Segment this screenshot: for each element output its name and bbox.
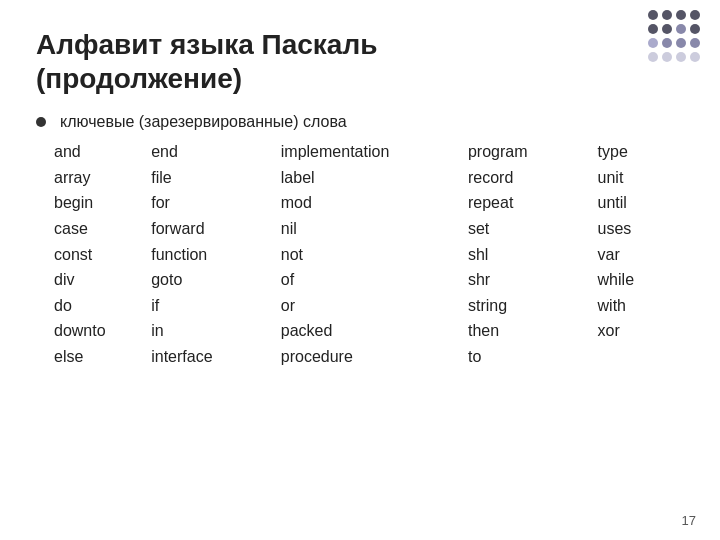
- table-row: constfunctionnotshlvar: [36, 242, 684, 268]
- keyword-cell: or: [281, 293, 468, 319]
- keyword-cell: record: [468, 165, 598, 191]
- keyword-cell: of: [281, 267, 468, 293]
- table-row: divgotoofshrwhile: [36, 267, 684, 293]
- dot: [676, 52, 686, 62]
- keyword-cell: [598, 344, 684, 370]
- table-row: elseinterfaceprocedureto: [36, 344, 684, 370]
- keyword-cell: to: [468, 344, 598, 370]
- keyword-cell: shr: [468, 267, 598, 293]
- keyword-cell: forward: [151, 216, 281, 242]
- slide-subtitle: ключевые (зарезервированные) слова: [36, 113, 684, 131]
- table-row: andendimplementationprogramtype: [36, 139, 684, 165]
- keyword-cell: file: [151, 165, 281, 191]
- keyword-cell: type: [598, 139, 684, 165]
- keyword-cell: begin: [36, 190, 151, 216]
- keyword-cell: repeat: [468, 190, 598, 216]
- keyword-cell: case: [36, 216, 151, 242]
- keyword-cell: set: [468, 216, 598, 242]
- dot: [690, 38, 700, 48]
- decorative-dots: [648, 10, 700, 62]
- keyword-cell: shl: [468, 242, 598, 268]
- keyword-cell: mod: [281, 190, 468, 216]
- keyword-cell: while: [598, 267, 684, 293]
- dot: [676, 38, 686, 48]
- keyword-cell: implementation: [281, 139, 468, 165]
- dot: [648, 10, 658, 20]
- keyword-cell: with: [598, 293, 684, 319]
- keyword-cell: do: [36, 293, 151, 319]
- keyword-cell: program: [468, 139, 598, 165]
- keyword-cell: then: [468, 318, 598, 344]
- keyword-cell: until: [598, 190, 684, 216]
- dot: [676, 10, 686, 20]
- keyword-cell: end: [151, 139, 281, 165]
- keyword-cell: interface: [151, 344, 281, 370]
- dot: [690, 10, 700, 20]
- keyword-cell: else: [36, 344, 151, 370]
- dot: [676, 24, 686, 34]
- keyword-cell: packed: [281, 318, 468, 344]
- keywords-table: andendimplementationprogramtypearrayfile…: [36, 139, 684, 369]
- keyword-cell: and: [36, 139, 151, 165]
- keyword-cell: in: [151, 318, 281, 344]
- table-row: arrayfilelabelrecordunit: [36, 165, 684, 191]
- keyword-cell: procedure: [281, 344, 468, 370]
- table-row: doiforstringwith: [36, 293, 684, 319]
- bullet-icon: [36, 117, 46, 127]
- keyword-cell: const: [36, 242, 151, 268]
- keyword-cell: label: [281, 165, 468, 191]
- keyword-cell: xor: [598, 318, 684, 344]
- keyword-cell: var: [598, 242, 684, 268]
- dot: [662, 52, 672, 62]
- keyword-cell: not: [281, 242, 468, 268]
- dot: [662, 38, 672, 48]
- keyword-cell: div: [36, 267, 151, 293]
- dot: [648, 38, 658, 48]
- table-row: beginformodrepeatuntil: [36, 190, 684, 216]
- keyword-cell: for: [151, 190, 281, 216]
- keyword-cell: string: [468, 293, 598, 319]
- table-row: caseforwardnilsetuses: [36, 216, 684, 242]
- keyword-cell: downto: [36, 318, 151, 344]
- dot: [690, 52, 700, 62]
- keyword-cell: goto: [151, 267, 281, 293]
- dot: [662, 24, 672, 34]
- slide: Алфавит языка Паскаль (продолжение) ключ…: [0, 0, 720, 540]
- dot: [648, 52, 658, 62]
- table-row: downtoinpackedthenxor: [36, 318, 684, 344]
- keyword-cell: uses: [598, 216, 684, 242]
- keyword-cell: nil: [281, 216, 468, 242]
- slide-title: Алфавит языка Паскаль (продолжение): [36, 28, 684, 95]
- dot: [648, 24, 658, 34]
- keyword-cell: function: [151, 242, 281, 268]
- dot: [690, 24, 700, 34]
- dot: [662, 10, 672, 20]
- keyword-cell: if: [151, 293, 281, 319]
- keyword-cell: unit: [598, 165, 684, 191]
- keyword-cell: array: [36, 165, 151, 191]
- page-number: 17: [682, 513, 696, 528]
